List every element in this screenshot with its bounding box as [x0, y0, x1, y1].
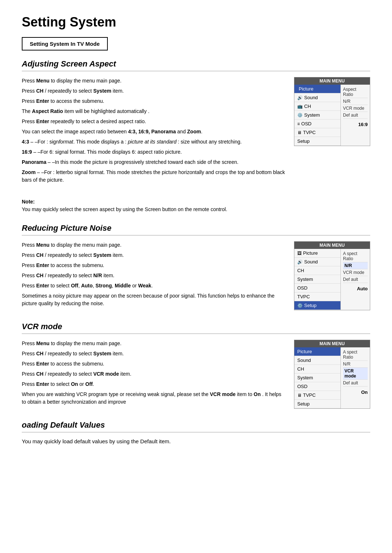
- step-1-1: Press Menu to display the menu main page…: [22, 77, 287, 85]
- submenu-aspect-2: A spect Ratio: [343, 250, 368, 262]
- section-adjusting-screen-aspect: Adjusting Screen Aspect Press Menu to di…: [22, 59, 370, 186]
- menu-item-osd-2: OSD: [294, 284, 340, 292]
- menu-item-osd-3: OSD: [294, 382, 340, 391]
- menu-item-ch-1: 📺 CH: [294, 102, 340, 111]
- submenu-aspect-1: Aspect Ratio: [343, 86, 368, 98]
- section-vcr-mode: VCR mode Press Menu to display the menu …: [22, 322, 370, 409]
- step-1-3: Press Enter to access the submenu.: [22, 97, 287, 105]
- step-2-2: Press CH / repeatedly to select System i…: [22, 251, 287, 259]
- submenu-default-1: Def ault: [343, 112, 368, 119]
- sound-icon-2: 🔊: [297, 259, 303, 265]
- step-1-9: Panorama – –In this mode the picture is …: [22, 158, 287, 166]
- text-col-2: Press Menu to display the menu main page…: [22, 241, 294, 310]
- subtitle-box: Setting System In TV Mode: [22, 37, 108, 51]
- menu-box-1: MAIN MENU Picture 🔊 Sound 📺 CH: [294, 77, 370, 146]
- step-2-3: Press Enter to access the submenu.: [22, 262, 287, 269]
- step-1-7: 4:3 – –For : signformat. This mode displ…: [22, 138, 287, 146]
- sound-icon-1: 🔊: [297, 95, 303, 100]
- step-2-6: Sometimes a noisy picture may appear on …: [22, 292, 287, 307]
- submenu-vcr-3: VCR mode: [343, 368, 368, 380]
- step-3-6: When you are watching VCR program type o…: [22, 391, 287, 406]
- note-section: Note: You may quickly select the screen …: [22, 198, 370, 213]
- menu-item-picture-2: 🖼 Picture: [294, 249, 340, 258]
- ch-icon-1: 📺: [297, 104, 303, 109]
- menu-item-setup-1: Setup: [294, 137, 340, 146]
- section-loading-default: oading Default Values You may quickly lo…: [22, 420, 370, 444]
- menu-item-setup-2: ⚙️ Setup: [294, 301, 340, 310]
- section-heading-3: VCR mode: [22, 322, 370, 331]
- divider-3: [22, 334, 370, 334]
- step-3-3: Press Enter to access the submenu.: [22, 360, 287, 368]
- submenu-nr-3: N/R: [343, 361, 368, 368]
- section-heading-1: Adjusting Screen Aspect: [22, 59, 370, 69]
- menu-box-3: MAIN MENU Picture Sound CH System: [294, 340, 370, 409]
- menu-list-2: 🖼 Picture 🔊 Sound CH System OSD: [294, 249, 341, 310]
- step-1-6: You can select the image aspect ratio be…: [22, 128, 287, 136]
- text-col-3: Press Menu to display the menu main page…: [22, 340, 294, 408]
- menu-item-system-3: System: [294, 374, 340, 382]
- menu-item-system-2: System: [294, 275, 340, 284]
- step-2-5: Press Enter to select Off, Auto, Strong,…: [22, 282, 287, 290]
- menu-item-setup-3: Setup: [294, 400, 340, 408]
- menu-item-ch-3: CH: [294, 365, 340, 374]
- step-2-1: Press Menu to display the menu main page…: [22, 241, 287, 249]
- loading-default-text: You may quickly load default values by u…: [22, 438, 370, 444]
- menu-item-picture-1: Picture: [294, 85, 340, 93]
- menu-title-2: MAIN MENU: [294, 242, 370, 249]
- step-3-4: Press CH / repeatedly to select VCR mode…: [22, 370, 287, 378]
- menu-list-3: Picture Sound CH System OSD 🖥: [294, 347, 341, 408]
- menu-item-osd-1: ≡ OSD: [294, 120, 340, 128]
- text-col-1: Press Menu to display the menu main page…: [22, 77, 294, 186]
- menu-title-1: MAIN MENU: [294, 77, 370, 85]
- menu-item-picture-3: Picture: [294, 347, 340, 356]
- menu-item-tvpc-3: 🖥 TVPC: [294, 391, 340, 400]
- submenu-col-3: A spect Ratio N/R VCR mode Def ault On: [341, 347, 370, 408]
- menu-item-ch-2: CH: [294, 266, 340, 275]
- menu-title-3: MAIN MENU: [294, 340, 370, 347]
- submenu-nr-2: N/R: [343, 262, 368, 269]
- menu-item-system-1: ⚙️ System: [294, 111, 340, 120]
- step-3-5: Press Enter to select On or Off.: [22, 380, 287, 388]
- active-value-2: Auto: [343, 286, 368, 291]
- divider-1: [22, 71, 370, 71]
- setup-icon-2: ⚙️: [297, 303, 303, 308]
- divider-2: [22, 235, 370, 235]
- submenu-col-2: A spect Ratio N/R VCR mode Def ault Auto: [341, 249, 370, 310]
- osd-icon-1: ≡: [297, 121, 300, 126]
- step-3-2: Press CH / repeatedly to select System i…: [22, 350, 287, 358]
- note-label: Note:: [22, 199, 35, 205]
- menu-item-tvpc-1: 🖥 TVPC: [294, 128, 340, 137]
- submenu-aspect-3: A spect Ratio: [343, 349, 368, 361]
- section-reducing-picture-noise: Reducing Picture Noise Press Menu to dis…: [22, 223, 370, 310]
- section-heading-4: oading Default Values: [22, 420, 370, 430]
- submenu-col-1: Aspect Ratio N/R VCR mode Def ault 16:9: [341, 85, 370, 146]
- step-1-10: Zoom – –For : letterbo signal format. Th…: [22, 169, 287, 184]
- section-heading-2: Reducing Picture Noise: [22, 223, 370, 233]
- active-value-1: 16:9: [343, 122, 368, 127]
- step-1-8: 16:9 – –For 6: signal format. This mode …: [22, 148, 287, 156]
- menu-box-2: MAIN MENU 🖼 Picture 🔊 Sound CH Sy: [294, 241, 370, 310]
- active-value-3: On: [343, 389, 368, 395]
- step-1-4: The Aspect Ratio item will be highlighte…: [22, 108, 287, 115]
- system-icon-1: ⚙️: [297, 113, 303, 118]
- step-3-1: Press Menu to display the menu main page…: [22, 340, 287, 347]
- menu-item-sound-1: 🔊 Sound: [294, 93, 340, 102]
- step-2-4: Press CH / repeatedly to select N/R item…: [22, 272, 287, 279]
- divider-4: [22, 432, 370, 432]
- menu-item-sound-3: Sound: [294, 356, 340, 365]
- tvpc-icon-3: 🖥: [297, 393, 302, 398]
- picture-icon-2: 🖼: [297, 251, 302, 256]
- submenu-vcr-1: VCR mode: [343, 105, 368, 112]
- submenu-default-3: Def ault: [343, 380, 368, 387]
- submenu-default-2: Def ault: [343, 276, 368, 283]
- step-1-5: Press Enter repeatedly to select a desir…: [22, 118, 287, 125]
- submenu-vcr-2: VCR mode: [343, 269, 368, 276]
- submenu-nr-1: N/R: [343, 98, 368, 105]
- tvpc-icon-1: 🖥: [297, 130, 302, 135]
- menu-list-1: Picture 🔊 Sound 📺 CH ⚙️ System: [294, 85, 341, 146]
- page-title: Setting System: [22, 15, 370, 30]
- menu-item-tvpc-2: TVPC: [294, 292, 340, 301]
- menu-item-sound-2: 🔊 Sound: [294, 258, 340, 266]
- note-text: You may quickly select the screen aspect…: [22, 206, 370, 213]
- step-1-2: Press CH / repeatedly to select System i…: [22, 87, 287, 95]
